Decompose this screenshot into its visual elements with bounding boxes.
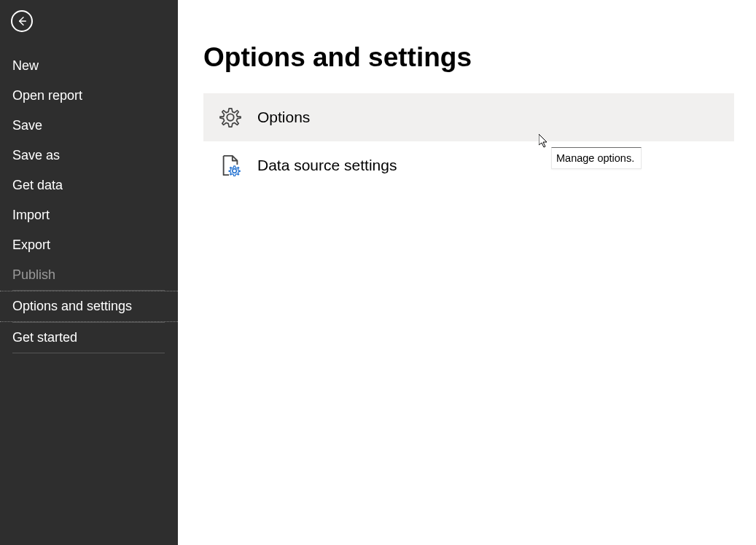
sidebar-item-new[interactable]: New [0, 51, 178, 81]
nav-divider [12, 353, 165, 353]
sidebar-item-options-and-settings[interactable]: Options and settings [0, 291, 178, 322]
option-item-options[interactable]: Options [203, 93, 734, 141]
sidebar-item-open-report[interactable]: Open report [0, 81, 178, 111]
sidebar-item-save-as[interactable]: Save as [0, 141, 178, 170]
page-title: Options and settings [203, 42, 734, 73]
tooltip: Manage options. [551, 147, 642, 169]
option-label: Options [257, 109, 310, 126]
document-gear-icon [219, 154, 241, 176]
sidebar-item-import[interactable]: Import [0, 200, 178, 230]
option-list: Options Data source settings [203, 93, 734, 189]
arrow-left-icon [16, 15, 28, 27]
sidebar-item-get-data[interactable]: Get data [0, 170, 178, 200]
sidebar-item-save[interactable]: Save [0, 111, 178, 141]
svg-point-1 [227, 114, 233, 120]
option-label: Data source settings [257, 157, 397, 174]
sidebar: New Open report Save Save as Get data Im… [0, 0, 178, 545]
nav-list: New Open report Save Save as Get data Im… [0, 51, 178, 353]
svg-point-2 [233, 169, 237, 173]
gear-icon [219, 106, 241, 128]
back-button[interactable] [11, 10, 33, 32]
option-item-data-source-settings[interactable]: Data source settings [203, 141, 734, 189]
main-panel: Options and settings Options [178, 0, 756, 545]
sidebar-item-publish: Publish [0, 260, 178, 290]
sidebar-item-export[interactable]: Export [0, 230, 178, 260]
sidebar-item-get-started[interactable]: Get started [0, 323, 178, 353]
